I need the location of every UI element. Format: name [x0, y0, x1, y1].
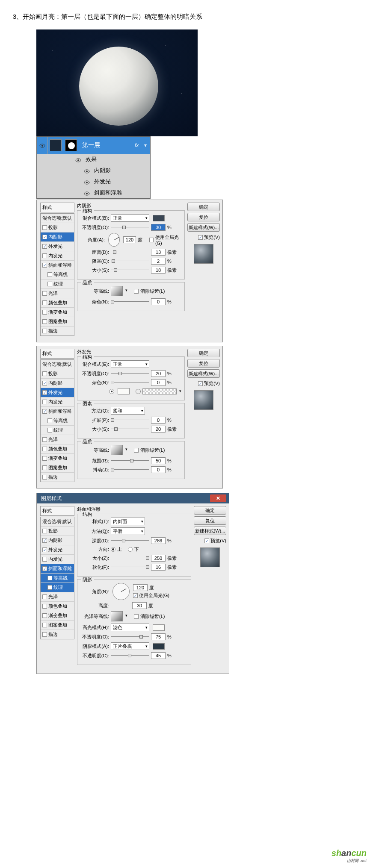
checkbox-checked-icon[interactable] [42, 409, 47, 414]
global-light-checkbox[interactable] [149, 238, 154, 242]
style-item-satin[interactable]: 光泽 [41, 592, 74, 602]
visibility-eye-icon[interactable] [84, 191, 90, 195]
choke-slider[interactable] [111, 259, 149, 263]
gloss-contour-picker[interactable] [111, 611, 123, 621]
checkbox-icon[interactable] [42, 632, 47, 637]
size-input[interactable]: 250 [151, 555, 166, 562]
angle-input[interactable]: 120 [123, 236, 136, 243]
checkbox-icon[interactable] [42, 594, 47, 599]
anti-alias-checkbox[interactable] [134, 448, 139, 453]
style-item-drop-shadow[interactable]: 投影 [41, 369, 74, 379]
spread-slider[interactable] [111, 418, 149, 422]
spread-input[interactable]: 0 [151, 417, 166, 424]
style-item-inner-shadow[interactable]: 内阴影 [41, 536, 74, 545]
checkbox-icon[interactable] [42, 329, 47, 333]
checkbox-icon[interactable] [42, 291, 47, 296]
checkbox-checked-icon[interactable] [42, 263, 47, 268]
preview-checkbox[interactable] [204, 538, 209, 543]
style-item-gradient-overlay[interactable]: 渐变叠加 [41, 611, 74, 621]
choke-input[interactable]: 2 [151, 258, 166, 265]
opacity-slider[interactable] [111, 225, 149, 230]
effect-row[interactable]: 外发光 [37, 176, 150, 187]
soften-slider[interactable] [111, 565, 149, 569]
visibility-eye-icon[interactable] [75, 157, 81, 162]
style-item-color-overlay[interactable]: 颜色叠加 [41, 444, 74, 454]
checkbox-icon[interactable] [42, 437, 47, 442]
checkbox-icon[interactable] [42, 623, 47, 627]
checkbox-icon[interactable] [42, 225, 47, 230]
ok-button[interactable]: 确定 [194, 506, 226, 515]
checkbox-icon[interactable] [42, 253, 47, 258]
style-item-stroke[interactable]: 描边 [41, 327, 74, 335]
opacity-input[interactable]: 20 [151, 370, 166, 377]
noise-input[interactable]: 0 [151, 379, 166, 386]
gradient-radio[interactable] [136, 389, 141, 394]
visibility-eye-icon[interactable] [39, 143, 45, 147]
hl-opacity-slider[interactable] [111, 635, 149, 639]
style-item-contour[interactable]: 等高线 [41, 416, 74, 426]
checkbox-icon[interactable] [42, 319, 47, 324]
effect-row[interactable]: 斜面和浮雕 [37, 187, 150, 198]
visibility-eye-icon[interactable] [84, 168, 90, 173]
direction-down-radio[interactable] [128, 547, 133, 552]
soften-input[interactable]: 16 [151, 564, 166, 571]
style-item-contour[interactable]: 等高线 [41, 574, 74, 583]
distance-input[interactable]: 13 [151, 249, 166, 256]
style-item-gradient-overlay[interactable]: 渐变叠加 [41, 454, 74, 463]
checkbox-checked-icon[interactable] [42, 235, 47, 239]
cancel-button[interactable]: 复位 [187, 213, 220, 221]
style-item-pattern-overlay[interactable]: 图案叠加 [41, 621, 74, 630]
checkbox-icon[interactable] [42, 557, 47, 562]
jitter-slider[interactable] [111, 468, 149, 472]
checkbox-icon[interactable] [42, 529, 47, 533]
checkbox-checked-icon[interactable] [42, 244, 47, 249]
anti-alias-checkbox[interactable] [134, 614, 139, 619]
size-slider[interactable] [111, 427, 149, 431]
shadow-mode-dropdown[interactable]: 正片叠底 [111, 642, 149, 650]
style-item-blend-options[interactable]: 混合选项:默认 [41, 214, 74, 223]
technique-dropdown[interactable]: 平滑 [111, 527, 145, 535]
depth-input[interactable]: 286 [151, 537, 166, 544]
style-item-satin[interactable]: 光泽 [41, 435, 74, 444]
checkbox-icon[interactable] [42, 465, 47, 470]
highlight-mode-dropdown[interactable]: 滤色 [111, 624, 149, 631]
style-item-texture[interactable]: 纹理 [41, 426, 74, 435]
new-style-button[interactable]: 新建样式(W)... [187, 369, 220, 378]
noise-slider[interactable] [111, 300, 149, 304]
checkbox-checked-icon[interactable] [42, 538, 47, 543]
style-item-gradient-overlay[interactable]: 渐变叠加 [41, 308, 74, 317]
bevel-style-dropdown[interactable]: 内斜面 [111, 518, 145, 525]
new-style-button[interactable]: 新建样式(W)... [187, 223, 220, 232]
style-item-inner-glow[interactable]: 内发光 [41, 397, 74, 407]
style-item-inner-shadow[interactable]: 内阴影 [41, 232, 74, 242]
checkbox-icon[interactable] [42, 604, 47, 609]
checkbox-icon[interactable] [42, 371, 47, 376]
style-item-outer-glow[interactable]: 外发光 [41, 242, 74, 251]
checkbox-checked-icon[interactable] [42, 566, 47, 571]
checkbox-icon[interactable] [47, 576, 52, 580]
shadow-color-swatch[interactable] [153, 643, 165, 650]
style-item-stroke[interactable]: 描边 [41, 473, 74, 482]
range-slider[interactable] [111, 459, 149, 463]
style-item-stroke[interactable]: 描边 [41, 630, 74, 639]
style-item-bevel[interactable]: 斜面和浮雕 [41, 407, 74, 416]
hl-opacity-input[interactable]: 75 [151, 633, 166, 640]
altitude-input[interactable]: 30 [132, 602, 147, 609]
color-swatch[interactable] [153, 215, 165, 221]
checkbox-checked-icon[interactable] [42, 547, 47, 552]
layer-mask-thumbnail[interactable] [65, 139, 77, 151]
style-item-drop-shadow[interactable]: 投影 [41, 527, 74, 536]
checkbox-icon[interactable] [42, 456, 47, 461]
checkbox-checked-icon[interactable] [42, 381, 47, 385]
preview-checkbox[interactable] [198, 235, 203, 240]
checkbox-icon[interactable] [42, 310, 47, 315]
angle-dial[interactable] [112, 583, 130, 600]
range-input[interactable]: 50 [151, 457, 166, 464]
style-item-outer-glow[interactable]: 外发光 [41, 388, 74, 397]
technique-dropdown[interactable]: 柔和 [111, 407, 145, 415]
checkbox-icon[interactable] [42, 613, 47, 618]
checkbox-icon[interactable] [42, 447, 47, 451]
style-item-blend-options[interactable]: 混合选项:默认 [41, 360, 74, 369]
close-icon[interactable]: ✕ [210, 494, 226, 502]
contour-picker[interactable] [111, 445, 123, 455]
